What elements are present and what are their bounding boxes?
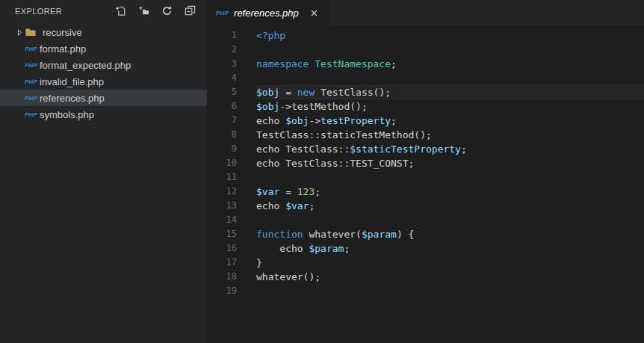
code-line[interactable]: 12$var = 123; [207, 185, 644, 199]
tab-close-button[interactable] [309, 7, 321, 19]
code-token: $staticTestProperty [350, 143, 461, 155]
php-file-icon: PHP [216, 10, 229, 16]
file-label: format_expected.php [40, 60, 131, 71]
collapse-all-button[interactable] [183, 4, 196, 18]
code-token: echo [256, 115, 285, 126]
folder-icon [25, 26, 37, 38]
code-text[interactable]: echo $param; [256, 241, 644, 256]
code-line[interactable]: 4 [207, 71, 644, 85]
php-file-icon: PHP [25, 46, 40, 52]
code-line[interactable]: 8TestClass::staticTestMethod(); [207, 128, 644, 142]
code-token: ; [344, 243, 350, 254]
code-line[interactable]: 18whatever(); [207, 270, 644, 284]
code-token: TestClass::staticTestMethod(); [256, 129, 432, 140]
php-file-icon: PHP [25, 111, 40, 118]
code-text[interactable]: echo $var; [256, 199, 644, 213]
tab-bar: PHP references.php [207, 0, 644, 26]
line-number: 7 [207, 114, 237, 128]
code-line[interactable]: 2 [207, 43, 644, 57]
line-number: 18 [207, 270, 237, 284]
php-file-icon: PHP [25, 78, 40, 85]
code-text[interactable]: <?php [256, 28, 644, 43]
code-text[interactable] [256, 43, 644, 57]
line-number: 3 [207, 57, 237, 71]
code-line[interactable]: 15function whatever($param) { [207, 227, 644, 241]
code-token: TestNamespace [315, 58, 391, 69]
code-line[interactable]: 3namespace TestNamespace; [207, 57, 644, 71]
line-number: 11 [207, 170, 237, 185]
code-text[interactable] [256, 284, 644, 298]
code-line[interactable]: 1<?php [207, 28, 644, 43]
code-line[interactable]: 14 [207, 213, 644, 227]
line-number: 13 [207, 199, 237, 213]
code-token: ) { [397, 229, 414, 240]
new-folder-button[interactable] [137, 4, 150, 18]
code-text[interactable] [256, 213, 644, 227]
tree-item-format-php[interactable]: PHPformat.php [0, 40, 207, 57]
line-number: 1 [207, 28, 237, 43]
tab-label: references.php [234, 7, 299, 19]
tree-item-references-php[interactable]: PHPreferences.php [0, 90, 207, 106]
code-line[interactable]: 6$obj->testMethod(); [207, 99, 644, 114]
close-icon [310, 9, 318, 17]
collapse-all-icon [185, 5, 196, 16]
explorer-sidebar: EXPLORER [0, 0, 207, 343]
code-text[interactable]: $var = 123; [256, 185, 644, 199]
code-token: TestClass(); [315, 87, 391, 98]
code-text[interactable] [256, 71, 644, 85]
code-token: 123 [297, 186, 315, 197]
refresh-icon [161, 5, 173, 16]
php-file-icon: PHP [25, 95, 40, 102]
folder-label: recursive [43, 27, 82, 38]
code-token: ->testMethod(); [279, 101, 367, 112]
line-number: 9 [207, 142, 237, 156]
line-number: 17 [207, 256, 237, 270]
code-line[interactable]: 10echo TestClass::TEST_CONST; [207, 156, 644, 170]
code-token: $var [256, 186, 279, 197]
code-token: testProperty [321, 115, 391, 126]
new-file-button[interactable] [114, 4, 127, 18]
code-token: $obj [256, 87, 279, 98]
code-text[interactable]: whatever(); [256, 270, 644, 284]
editor-group: PHP references.php 1<?php23namespace Tes… [207, 0, 644, 343]
code-line[interactable]: 7echo $obj->testProperty; [207, 114, 644, 128]
code-text[interactable]: $obj = new TestClass(); [256, 85, 644, 99]
code-line[interactable]: 17} [207, 256, 644, 270]
tree-item-format-expected-php[interactable]: PHPformat_expected.php [0, 57, 207, 73]
tree-item-symbols-php[interactable]: PHPsymbols.php [0, 106, 207, 123]
code-text[interactable] [256, 170, 644, 185]
code-token: echo [256, 200, 285, 211]
line-number: 4 [207, 71, 237, 85]
code-line[interactable]: 5$obj = new TestClass(); [207, 85, 644, 99]
code-line[interactable]: 13echo $var; [207, 199, 644, 213]
code-text[interactable]: echo $obj->testProperty; [256, 114, 644, 128]
code-text[interactable]: namespace TestNamespace; [256, 57, 644, 71]
code-token: $obj [256, 101, 279, 112]
new-file-icon [115, 5, 126, 16]
code-text[interactable]: function whatever($param) { [256, 227, 644, 241]
new-folder-icon [138, 5, 149, 16]
code-token: ; [391, 58, 397, 69]
code-text[interactable]: echo TestClass::TEST_CONST; [256, 156, 644, 170]
code-token: = [279, 186, 297, 197]
code-token: $param [309, 243, 344, 254]
code-text[interactable]: TestClass::staticTestMethod(); [256, 128, 644, 142]
code-line[interactable]: 9echo TestClass::$staticTestProperty; [207, 142, 644, 156]
code-line[interactable]: 19 [207, 284, 644, 298]
tab-references-php[interactable]: PHP references.php [207, 0, 329, 26]
code-text[interactable]: $obj->testMethod(); [256, 99, 644, 114]
code-text[interactable]: } [256, 256, 644, 270]
code-editor[interactable]: 1<?php23namespace TestNamespace;45$obj =… [207, 26, 644, 343]
line-number: 19 [207, 284, 237, 298]
code-line[interactable]: 11 [207, 170, 644, 185]
code-line[interactable]: 16 echo $param; [207, 241, 644, 256]
line-number: 10 [207, 156, 237, 170]
file-tree: recursivePHPformat.phpPHPformat_expected… [0, 22, 207, 123]
tree-item-recursive[interactable]: recursive [0, 24, 207, 40]
file-label: references.php [40, 93, 105, 104]
code-token: $var [285, 200, 309, 211]
tree-item-invalid-file-php[interactable]: PHPinvalid_file.php [0, 73, 207, 90]
code-text[interactable]: echo TestClass::$staticTestProperty; [256, 142, 644, 156]
refresh-button[interactable] [160, 4, 173, 18]
code-token: $obj [285, 115, 309, 126]
